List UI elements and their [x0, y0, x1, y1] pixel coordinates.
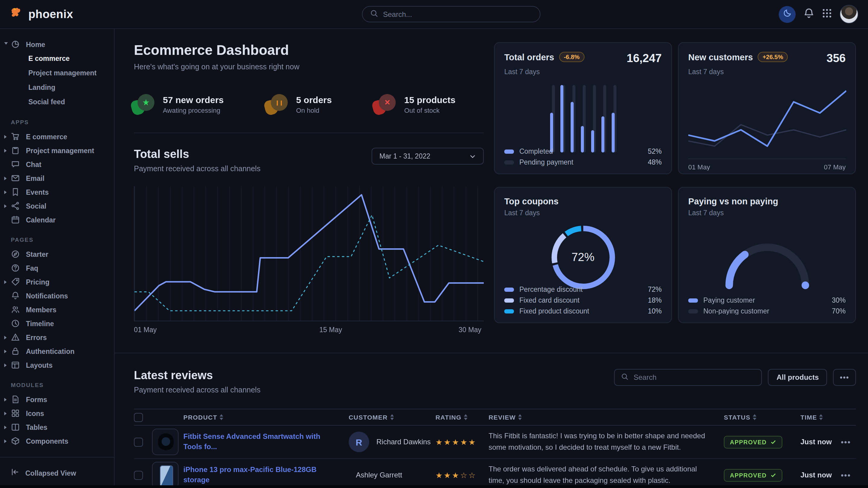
sort-icon[interactable]: [390, 414, 394, 420]
row-more-button[interactable]: •••: [841, 470, 856, 480]
sidebar-subitem-landing[interactable]: Landing: [0, 80, 114, 95]
orders-bar-chart: [495, 85, 671, 153]
collapse-icon: [11, 467, 19, 478]
sidebar-item-tables[interactable]: Tables: [0, 420, 114, 434]
user-avatar[interactable]: [840, 5, 858, 24]
column-header-review[interactable]: REVIEW: [489, 414, 724, 421]
table-row: iPhone 13 pro max-Pacific Blue-128GB sto…: [134, 459, 856, 488]
sidebar-item-layouts[interactable]: Layouts: [0, 358, 114, 372]
product-link[interactable]: iPhone 13 pro max-Pacific Blue-128GB sto…: [183, 465, 349, 485]
brand-logo[interactable]: phoenix: [10, 6, 73, 22]
legend-row: Fixed card discount 18%: [504, 297, 662, 304]
check-icon: [770, 472, 776, 478]
row-checkbox[interactable]: [134, 470, 143, 480]
sidebar-item-e-commerce[interactable]: E commerce: [0, 130, 114, 143]
sidebar-item-label: Components: [26, 437, 68, 445]
column-header-product[interactable]: PRODUCT: [183, 414, 349, 421]
status-badge: APPROVED: [724, 435, 782, 448]
new-customers-x-labels: 01 May 07 May: [688, 159, 846, 171]
divider: [134, 133, 484, 133]
page-subtitle: Here's what's going on at your business …: [134, 63, 484, 71]
compass-icon: [11, 250, 20, 259]
sidebar-subitem-e-commerce[interactable]: E commerce: [0, 51, 114, 66]
card-period: Last 7 days: [688, 209, 846, 217]
sort-icon[interactable]: [753, 414, 756, 420]
column-header-customer[interactable]: CUSTOMER: [349, 414, 435, 421]
users-icon: [11, 305, 20, 314]
sort-icon[interactable]: [220, 414, 223, 420]
bar: [560, 85, 565, 153]
sidebar-item-components[interactable]: Components: [0, 434, 114, 448]
sidebar-item-label: Faq: [26, 264, 38, 271]
date-range-select[interactable]: Mar 1 - 31, 2022: [372, 148, 484, 165]
sidebar-item-social[interactable]: Social: [0, 199, 114, 213]
legend-swatch: [688, 309, 698, 313]
sort-icon[interactable]: [518, 414, 522, 420]
pie-icon: [11, 40, 20, 49]
column-header-rating[interactable]: RATING: [435, 414, 489, 421]
row-checkbox[interactable]: [134, 437, 143, 446]
sidebar-item-timeline[interactable]: Timeline: [0, 317, 114, 330]
theme-toggle-button[interactable]: [779, 6, 796, 23]
column-header-time[interactable]: TIME: [801, 414, 841, 421]
notifications-button[interactable]: [803, 7, 814, 21]
sidebar-item-errors[interactable]: Errors: [0, 330, 114, 344]
sidebar-item-starter[interactable]: Starter: [0, 247, 114, 261]
sidebar-section-label: PAGES: [0, 236, 114, 243]
product-link[interactable]: Fitbit Sense Advanced Smartwatch with To…: [183, 432, 349, 452]
legend-value: 72%: [648, 286, 662, 293]
x-blob-icon: ✕: [375, 94, 396, 115]
legend-row: Percentage discount 72%: [504, 286, 662, 293]
reviews-table-header: PRODUCT CUSTOMER RATING REVIEW STATUS TI…: [134, 409, 856, 426]
chevron-down-icon: [469, 153, 476, 159]
sidebar-item-label: Timeline: [26, 320, 54, 327]
reviews-search-input[interactable]: Search: [614, 369, 762, 386]
customer-name: Ashley Garrett: [356, 471, 402, 479]
legend-row: Completed 52%: [504, 148, 662, 155]
sort-icon[interactable]: [819, 414, 823, 420]
sidebar-item-faq[interactable]: Faq: [0, 261, 114, 275]
sidebar-item-authentication[interactable]: Authentication: [0, 344, 114, 358]
clipboard-icon: [11, 146, 20, 155]
card-title: Paying vs non paying: [688, 197, 778, 206]
sidebar-item-events[interactable]: Events: [0, 185, 114, 199]
caret-icon: [4, 425, 7, 429]
layout-icon: [11, 360, 20, 369]
global-search-input[interactable]: Search...: [362, 6, 540, 22]
reviews-title: Latest reviews: [134, 369, 260, 382]
more-options-button[interactable]: •••: [833, 369, 856, 386]
select-all-checkbox[interactable]: [134, 413, 143, 422]
sidebar-subitem-project-management[interactable]: Project management: [0, 66, 114, 80]
product-thumbnail[interactable]: [152, 462, 179, 488]
sidebar-item-forms[interactable]: Forms: [0, 392, 114, 406]
caret-icon: [4, 363, 7, 367]
apps-grid-button[interactable]: [822, 8, 832, 20]
sidebar-subitem-social-feed[interactable]: Social feed: [0, 95, 114, 109]
sidebar-item-chat[interactable]: Chat: [0, 157, 114, 171]
row-more-button[interactable]: •••: [841, 437, 856, 446]
bar: [601, 85, 606, 153]
sidebar-item-calendar[interactable]: Calendar: [0, 213, 114, 227]
sidebar-item-label: Icons: [26, 410, 44, 417]
collapsed-view-toggle[interactable]: Collapsed View: [0, 457, 114, 488]
sidebar-item-icons[interactable]: Icons: [0, 406, 114, 420]
legend-value: 52%: [648, 148, 662, 155]
sidebar-item-pricing[interactable]: Pricing: [0, 275, 114, 289]
caret-icon: [4, 412, 7, 415]
sidebar-item-home[interactable]: Home: [0, 37, 114, 51]
sidebar-item-label: Starter: [26, 251, 48, 258]
caret-icon: [4, 135, 7, 138]
product-thumbnail[interactable]: [152, 429, 179, 455]
sidebar-item-notifications[interactable]: Notifications: [0, 289, 114, 303]
box-icon: [11, 436, 20, 446]
rating-stars: ★★★★★: [435, 437, 489, 446]
all-products-button[interactable]: All products: [768, 369, 827, 386]
sidebar-item-project-management[interactable]: Project management: [0, 143, 114, 157]
reviews-search-placeholder: Search: [634, 373, 657, 382]
sidebar-item-members[interactable]: Members: [0, 303, 114, 317]
sidebar-item-email[interactable]: Email: [0, 171, 114, 185]
sort-icon[interactable]: [464, 414, 467, 420]
column-header-status[interactable]: STATUS: [724, 414, 801, 421]
stat-value: 15 products: [404, 95, 456, 105]
legend-swatch: [504, 298, 514, 302]
